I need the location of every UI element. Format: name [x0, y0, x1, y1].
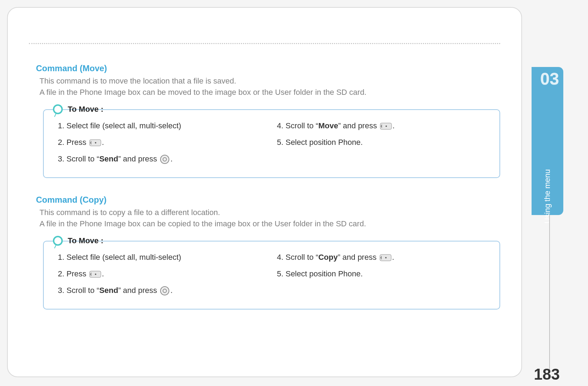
- instruction-panel: 1. Select file (select all, multi-select…: [43, 109, 500, 178]
- step-1: 1. Select file (select all, multi-select…: [58, 251, 266, 263]
- bullet-icon: [53, 236, 63, 246]
- chapter-number: 03: [540, 69, 559, 88]
- step-text: .: [170, 154, 172, 163]
- section-copy: Command (Copy) This command is to copy a…: [29, 195, 500, 310]
- step-bold: Send: [99, 286, 118, 295]
- step-text: 2. Press: [58, 269, 89, 278]
- softkey-icon: [380, 123, 392, 130]
- softkey-icon: [380, 254, 392, 261]
- step-text: ” and press: [118, 286, 159, 295]
- step-4: 4. Scroll to “Move” and press .: [277, 120, 485, 131]
- chapter-tab: 03 Using the menu: [532, 67, 563, 215]
- svg-point-7: [386, 125, 387, 127]
- chapter-label: Using the menu: [543, 169, 552, 223]
- step-text: 3. Scroll to “: [58, 286, 99, 295]
- step-text: 3. Scroll to “: [58, 154, 99, 163]
- step-bold: Send: [99, 154, 118, 163]
- desc-line: This command is to move the location tha…: [40, 76, 236, 85]
- steps-col-left: 1. Select file (select all, multi-select…: [58, 251, 266, 301]
- panel-label: To Move :: [68, 105, 103, 114]
- step-text: .: [102, 138, 104, 147]
- step-2: 2. Press .: [58, 136, 266, 148]
- step-bold: Copy: [318, 253, 338, 262]
- step-text: 2. Press: [58, 138, 89, 147]
- section-desc: This command is to copy a file to a diff…: [40, 207, 500, 229]
- softkey-icon: [89, 139, 101, 146]
- step-text: .: [392, 253, 394, 262]
- step-3: 3. Scroll to “Send” and press .: [58, 284, 266, 296]
- step-3: 3. Scroll to “Send” and press .: [58, 153, 266, 165]
- section-title: Command (Copy): [36, 195, 500, 205]
- svg-point-11: [160, 287, 169, 295]
- instruction-panel-wrap: To Move : 1. Select file (select all, mu…: [43, 104, 500, 178]
- step-4: 4. Scroll to “Copy” and press .: [277, 251, 485, 263]
- step-text: ” and press: [338, 121, 379, 130]
- step-2: 2. Press .: [58, 268, 266, 280]
- step-text: ” and press: [338, 253, 378, 262]
- instruction-panel: 1. Select file (select all, multi-select…: [43, 241, 500, 310]
- step-5: 5. Select position Phone.: [277, 268, 485, 280]
- steps-col-right: 4. Scroll to “Copy” and press . 5. Selec…: [277, 251, 485, 301]
- svg-point-10: [95, 274, 96, 275]
- step-text: ” and press: [118, 154, 159, 163]
- ok-button-icon: [160, 286, 170, 296]
- section-desc: This command is to move the location tha…: [40, 75, 500, 98]
- softkey-icon: [89, 271, 101, 278]
- steps-col-left: 1. Select file (select all, multi-select…: [58, 120, 266, 170]
- ok-button-icon: [160, 154, 170, 164]
- step-5: 5. Select position Phone.: [277, 136, 485, 148]
- svg-point-2: [95, 142, 96, 143]
- bullet-icon: [53, 104, 63, 114]
- instruction-panel-wrap: To Move : 1. Select file (select all, mu…: [43, 236, 500, 310]
- svg-point-3: [160, 155, 169, 164]
- step-text: 4. Scroll to “: [277, 121, 318, 130]
- section-move: Command (Move) This command is to move t…: [29, 63, 500, 178]
- svg-point-15: [385, 257, 387, 258]
- desc-line: This command is to copy a file to a diff…: [40, 208, 220, 217]
- page-number: 183: [534, 366, 560, 383]
- steps-col-right: 4. Scroll to “Move” and press . 5. Selec…: [277, 120, 485, 170]
- step-text: 4. Scroll to “: [277, 253, 318, 262]
- desc-line: A file in the Phone Image box can be cop…: [40, 219, 366, 228]
- step-text: .: [170, 286, 172, 295]
- manual-page: Command (Move) This command is to move t…: [7, 7, 522, 377]
- step-bold: Move: [318, 121, 338, 130]
- panel-label-row: To Move :: [53, 104, 500, 114]
- step-text: .: [393, 121, 395, 130]
- panel-label: To Move :: [68, 236, 103, 245]
- divider-dotted: [29, 43, 500, 44]
- panel-label-row: To Move :: [53, 236, 500, 246]
- section-title: Command (Move): [36, 63, 500, 73]
- step-text: .: [102, 269, 104, 278]
- step-1: 1. Select file (select all, multi-select…: [58, 120, 266, 131]
- desc-line: A file in the Phone Image box can be mov…: [40, 88, 366, 97]
- vertical-rule: [549, 215, 550, 370]
